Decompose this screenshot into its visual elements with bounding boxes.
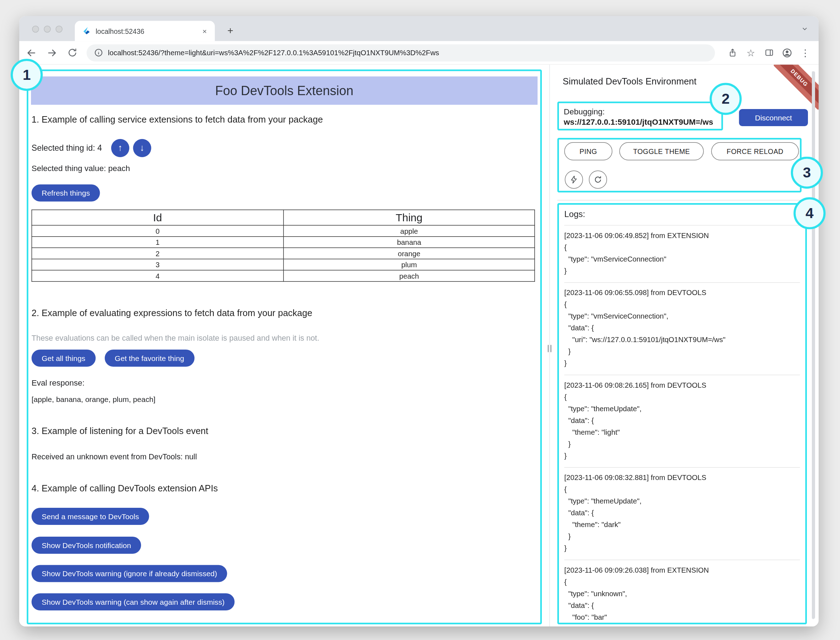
site-info-icon[interactable] (94, 48, 103, 58)
scrollbar-thumb[interactable] (812, 71, 815, 619)
debugging-uri-highlight: Debugging: ws://127.0.0.1:59101/jtqO1NXT… (557, 102, 723, 130)
callout-1: 1 (11, 59, 43, 91)
force-reload-button[interactable]: FORCE RELOAD (711, 142, 799, 160)
log-json: { "type": "vmServiceConnection", "data":… (564, 299, 800, 370)
toggle-theme-button[interactable]: TOGGLE THEME (620, 142, 704, 160)
log-entry: [2023-11-06 09:08:32.881] from DEVTOOLS … (564, 468, 800, 560)
selected-thing-value-label: Selected thing value: peach (32, 164, 539, 173)
debugging-uri: ws://127.0.0.1:59101/jtqO1NXT9UM=/ws (564, 117, 717, 127)
increment-thing-button[interactable]: ↑ (111, 139, 129, 157)
section1-heading: 1. Example of calling service extensions… (32, 114, 539, 125)
log-header: [2023-11-06 09:08:32.881] from DEVTOOLS (564, 472, 800, 484)
section4-heading: 4. Example of calling DevTools extension… (32, 483, 539, 494)
show-warning-again-button[interactable]: Show DevTools warning (can show again af… (32, 593, 235, 610)
extension-iframe-highlight: Foo DevTools Extension 1. Example of cal… (27, 69, 542, 624)
share-icon[interactable] (725, 45, 741, 61)
devtools-sim-panel: Simulated DevTools Environment DEBUG Deb… (550, 65, 819, 627)
callout-3: 3 (791, 157, 823, 189)
get-all-things-button[interactable]: Get all things (32, 350, 96, 367)
arrow-up-icon: ↑ (118, 143, 123, 154)
show-warning-ignore-button[interactable]: Show DevTools warning (ignore if already… (32, 565, 228, 582)
tab-search-chevron-icon[interactable] (799, 24, 810, 34)
log-entry: [2023-11-06 09:08:26.165] from DEVTOOLS … (564, 375, 800, 468)
tab-title: localhost:52436 (96, 27, 200, 35)
back-icon[interactable] (24, 45, 40, 61)
eval-note: These evaluations can be called when the… (32, 334, 539, 342)
table-row: 0apple (32, 225, 535, 237)
send-message-button[interactable]: Send a message to DevTools (32, 508, 149, 525)
devtools-event-text: Received an unknown event from DevTools:… (32, 452, 539, 461)
log-header: [2023-11-06 09:08:26.165] from DEVTOOLS (564, 379, 800, 391)
selected-thing-row: Selected thing id: 4 ↑ ↓ (32, 139, 539, 157)
cell-id: 0 (32, 225, 283, 237)
decrement-thing-button[interactable]: ↓ (133, 139, 151, 157)
url-bar[interactable]: localhost:52436/?theme=light&uri=ws%3A%2… (86, 44, 715, 61)
cell-id: 4 (32, 270, 283, 282)
forward-icon[interactable] (44, 45, 60, 61)
log-json: { "type": "vmServiceConnection" } (564, 242, 800, 277)
log-header: [2023-11-06 09:06:55.098] from DEVTOOLS (564, 287, 800, 299)
disconnect-button[interactable]: Disconnect (739, 109, 808, 126)
tab-strip: localhost:52436 × + (19, 16, 819, 42)
table-row: 2orange (32, 248, 535, 259)
tab-favicon-icon (82, 27, 91, 35)
log-json: { "type": "themeUpdate", "data": { "them… (564, 484, 800, 555)
callout-4: 4 (794, 197, 826, 229)
eval-response-value: [apple, banana, orange, plum, peach] (32, 395, 539, 404)
cell-thing: peach (283, 270, 535, 282)
show-notification-button[interactable]: Show DevTools notification (32, 537, 141, 554)
log-entry: [2023-11-06 09:09:26.038] from EXTENSION… (564, 560, 800, 624)
table-header-row: Id Thing (32, 210, 535, 226)
page-content: Foo DevTools Extension 1. Example of cal… (19, 65, 819, 627)
hot-reload-button[interactable] (589, 171, 607, 189)
side-panel-icon[interactable] (761, 45, 777, 61)
window-close-button[interactable] (32, 26, 39, 33)
toolbar-right-icons: ☆ ⋮ (722, 45, 813, 61)
url-text: localhost:52436/?theme=light&uri=ws%3A%2… (108, 49, 439, 57)
callout-2: 2 (710, 83, 742, 115)
table-header-id: Id (32, 210, 283, 226)
logs-label: Logs: (564, 205, 800, 226)
panel-title: Simulated DevTools Environment (563, 77, 697, 87)
tab-close-icon[interactable]: × (200, 26, 209, 36)
log-header: [2023-11-06 09:09:26.038] from EXTENSION (564, 565, 800, 576)
cell-thing: plum (283, 259, 535, 270)
hot-restart-button[interactable] (565, 171, 583, 189)
cell-thing: apple (283, 225, 535, 237)
cell-id: 3 (32, 259, 283, 270)
menu-kebab-icon[interactable]: ⋮ (797, 45, 813, 61)
table-header-thing: Thing (283, 210, 535, 226)
browser-window: localhost:52436 × + localho (19, 16, 819, 626)
table-row: 1banana (32, 237, 535, 248)
lightning-bolt-icon (570, 175, 578, 184)
cell-thing: orange (283, 248, 535, 259)
browser-toolbar: localhost:52436/?theme=light&uri=ws%3A%2… (19, 42, 819, 65)
eval-response-label: Eval response: (32, 378, 539, 387)
window-minimize-button[interactable] (44, 26, 51, 33)
ping-button[interactable]: PING (564, 142, 612, 160)
debugging-label: Debugging: (564, 107, 717, 117)
actions-highlight: PING TOGGLE THEME FORCE RELOAD (557, 138, 802, 192)
browser-tab[interactable]: localhost:52436 × (75, 21, 215, 42)
table-row: 3plum (32, 259, 535, 270)
cell-id: 1 (32, 237, 283, 248)
log-json: { "type": "themeUpdate", "data": { "them… (564, 391, 800, 462)
log-header: [2023-11-06 09:06:49.852] from EXTENSION (564, 230, 800, 242)
log-entry: [2023-11-06 09:06:49.852] from EXTENSION… (564, 226, 800, 283)
window-zoom-button[interactable] (56, 26, 63, 33)
profile-avatar-icon[interactable] (779, 45, 795, 61)
eval-buttons-row: Get all things Get the favorite thing (32, 350, 539, 367)
panel-divider-line (557, 200, 807, 201)
log-json: { "type": "unknown", "data": { "foo": "b… (564, 576, 800, 624)
refresh-things-button[interactable]: Refresh things (32, 185, 100, 202)
bookmark-star-icon[interactable]: ☆ (743, 45, 759, 61)
new-tab-button[interactable]: + (224, 24, 237, 37)
logs-highlight: Logs: [2023-11-06 09:06:49.852] from EXT… (557, 203, 807, 624)
get-favorite-thing-button[interactable]: Get the favorite thing (105, 350, 195, 367)
things-table: Id Thing 0apple 1banana 2orange 3plum 4p… (32, 210, 535, 282)
reload-icon[interactable] (64, 45, 80, 61)
section3-heading: 3. Example of listening for a DevTools e… (32, 426, 539, 437)
screenshot-stage: 1 2 3 4 localhost:52436 × + (0, 0, 840, 640)
cell-id: 2 (32, 248, 283, 259)
cell-thing: banana (283, 237, 535, 248)
